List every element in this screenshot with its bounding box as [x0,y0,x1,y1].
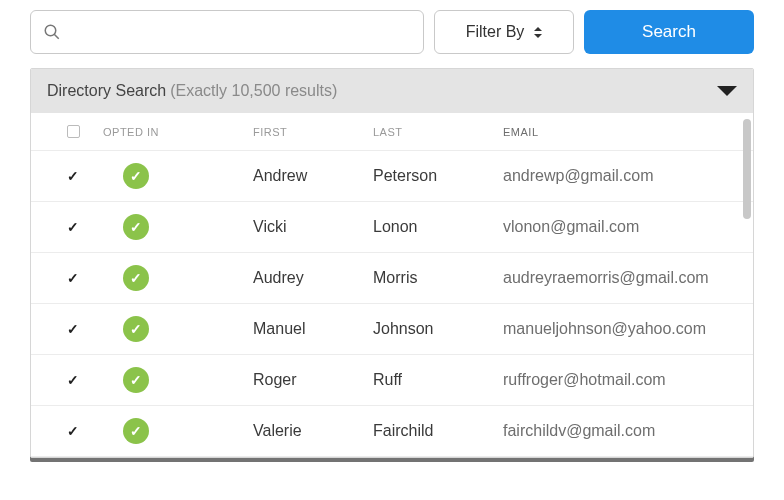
checkmark-icon[interactable] [64,167,82,185]
table-row[interactable]: ValerieFairchildfairchildv@gmail.com [31,406,753,457]
row-opted-cell [103,265,253,291]
row-email: audreyraemorris@gmail.com [503,269,737,287]
opted-in-icon [123,418,149,444]
row-last: Morris [373,269,503,287]
select-all-checkbox[interactable] [67,125,80,138]
table-row[interactable]: AndrewPetersonandrewp@gmail.com [31,151,753,202]
search-button[interactable]: Search [584,10,754,54]
select-all-cell [43,125,103,138]
table-row[interactable]: RogerRuffruffroger@hotmail.com [31,355,753,406]
row-first: Valerie [253,422,373,440]
row-check-cell [43,269,103,287]
table-row[interactable]: VickiLononvlonon@gmail.com [31,202,753,253]
row-check-cell [43,320,103,338]
row-first: Audrey [253,269,373,287]
row-first: Manuel [253,320,373,338]
row-last: Ruff [373,371,503,389]
opted-in-icon [123,265,149,291]
panel-title: Directory Search [47,82,166,100]
opted-in-icon [123,214,149,240]
row-check-cell [43,422,103,440]
row-check-cell [43,218,103,236]
row-last: Peterson [373,167,503,185]
row-email: manueljohnson@yahoo.com [503,320,737,338]
toolbar: Filter By Search [30,10,754,54]
checkmark-icon[interactable] [64,218,82,236]
row-opted-cell [103,163,253,189]
table-row[interactable]: ManuelJohnsonmanueljohnson@yahoo.com [31,304,753,355]
row-first: Roger [253,371,373,389]
results-grid: OPTED IN FIRST LAST EMAIL AndrewPeterson… [31,113,753,457]
table-row[interactable]: AudreyMorrisaudreyraemorris@gmail.com [31,253,753,304]
opted-in-icon [123,163,149,189]
panel-header: Directory Search (Exactly 10,500 results… [31,69,753,113]
row-first: Andrew [253,167,373,185]
opted-in-icon [123,316,149,342]
col-first: FIRST [253,126,373,138]
row-check-cell [43,167,103,185]
search-icon [43,23,61,41]
row-opted-cell [103,214,253,240]
opted-in-icon [123,367,149,393]
col-email: EMAIL [503,126,737,138]
panel-count: (Exactly 10,500 results) [170,82,337,100]
filter-label: Filter By [466,23,525,41]
results-panel: Directory Search (Exactly 10,500 results… [30,68,754,458]
search-box[interactable] [30,10,424,54]
checkmark-icon[interactable] [64,422,82,440]
col-opted: OPTED IN [103,126,253,138]
row-email: ruffroger@hotmail.com [503,371,737,389]
checkmark-icon[interactable] [64,320,82,338]
checkmark-icon[interactable] [64,269,82,287]
row-last: Fairchild [373,422,503,440]
collapse-icon[interactable] [717,86,737,96]
row-last: Johnson [373,320,503,338]
row-email: andrewp@gmail.com [503,167,737,185]
scrollbar[interactable] [743,119,751,219]
table-header: OPTED IN FIRST LAST EMAIL [31,113,753,151]
col-last: LAST [373,126,503,138]
row-opted-cell [103,418,253,444]
filter-dropdown[interactable]: Filter By [434,10,574,54]
search-input[interactable] [69,23,411,41]
row-opted-cell [103,316,253,342]
row-first: Vicki [253,218,373,236]
row-check-cell [43,371,103,389]
svg-line-1 [54,34,59,39]
svg-point-0 [45,25,56,36]
sort-icon [534,27,542,38]
checkmark-icon[interactable] [64,371,82,389]
row-opted-cell [103,367,253,393]
row-last: Lonon [373,218,503,236]
row-email: fairchildv@gmail.com [503,422,737,440]
row-email: vlonon@gmail.com [503,218,737,236]
